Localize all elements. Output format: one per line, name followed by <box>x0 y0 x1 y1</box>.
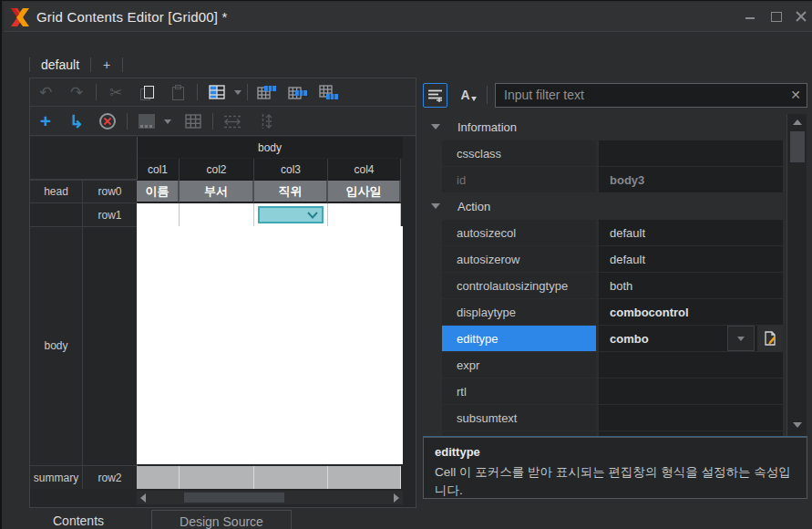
scroll-left-icon[interactable] <box>137 491 149 504</box>
split-cells-icon[interactable] <box>180 110 206 132</box>
undo-icon[interactable]: ↶ <box>33 81 58 103</box>
grid-horizontal-scrollbar[interactable] <box>137 491 403 504</box>
scroll-down-icon[interactable] <box>793 422 802 428</box>
property-value[interactable]: default <box>599 246 783 272</box>
body-cell-col4[interactable] <box>328 203 401 226</box>
property-row-subsumtext[interactable]: subsumtext <box>442 405 807 430</box>
property-value[interactable] <box>599 405 783 430</box>
head-band-icon[interactable] <box>254 81 280 103</box>
maximize-button[interactable] <box>770 11 781 22</box>
summary-cell-col3[interactable] <box>254 466 328 489</box>
titlebar[interactable]: Grid Contents Editor [Grid00] * <box>4 2 812 32</box>
scroll-thumb[interactable] <box>790 131 805 162</box>
summary-cell-col1[interactable] <box>137 466 180 489</box>
column-header-col2[interactable]: col2 <box>180 159 254 180</box>
add-cell-icon[interactable]: + <box>33 110 58 132</box>
add-band-tab-button[interactable]: + <box>91 57 122 72</box>
summary-band-icon[interactable] <box>316 81 342 103</box>
property-value[interactable]: combocontrol <box>599 299 783 325</box>
delete-cell-icon[interactable] <box>95 110 120 132</box>
categorized-view-button[interactable] <box>423 83 447 108</box>
property-row-id[interactable]: idbody3 <box>442 167 807 192</box>
section-header-information[interactable]: Information <box>423 114 807 140</box>
property-name[interactable]: rtl <box>442 379 596 404</box>
section-collapse-icon[interactable] <box>431 203 440 209</box>
scroll-right-icon[interactable] <box>390 491 403 504</box>
property-name[interactable]: controlautosizingtype <box>442 273 596 298</box>
head-cell-col1[interactable]: 이름 <box>137 180 180 202</box>
body-cell-col1[interactable] <box>137 203 180 226</box>
property-value[interactable] <box>599 379 783 404</box>
property-value[interactable] <box>599 140 783 166</box>
property-name[interactable]: subsumtext <box>442 405 596 430</box>
cut-icon[interactable]: ✂ <box>103 81 128 103</box>
select-table-icon[interactable] <box>204 81 230 103</box>
minimize-button[interactable] <box>745 11 755 22</box>
property-name[interactable]: displaytype <box>442 299 596 325</box>
property-name[interactable]: autosizecol <box>442 220 596 245</box>
property-name[interactable]: expr <box>442 352 596 378</box>
head-cell-col4[interactable]: 입사일 <box>328 180 401 202</box>
head-row0-cells: 이름부서직위입사일 <box>137 180 403 202</box>
property-row-controlautosizingtype[interactable]: controlautosizingtypeboth <box>442 273 807 298</box>
merge-cells-icon[interactable] <box>134 110 159 132</box>
property-row-edittype[interactable]: edittypecombo <box>442 326 807 351</box>
property-value[interactable]: default <box>599 220 783 245</box>
property-name[interactable]: autosizerow <box>442 246 596 272</box>
property-row-rtl[interactable]: rtl <box>442 379 807 404</box>
property-value[interactable]: body3 <box>599 167 783 192</box>
row-label-row1[interactable]: row1 <box>83 203 137 226</box>
property-row-expr[interactable]: expr <box>442 352 807 378</box>
body-cell-col2[interactable] <box>180 203 254 226</box>
property-vertical-scrollbar[interactable] <box>786 114 807 437</box>
property-filter-input[interactable] <box>495 83 807 108</box>
property-row-displaytype[interactable]: displaytypecombocontrol <box>442 299 807 325</box>
selected-combo-editor[interactable] <box>258 206 324 223</box>
row-label-row0[interactable]: row0 <box>83 180 137 202</box>
column-header-col1[interactable]: col1 <box>137 159 180 180</box>
head-cell-col3[interactable]: 직위 <box>254 180 328 202</box>
column-width-icon[interactable] <box>220 110 245 132</box>
property-name[interactable]: cssclass <box>442 140 596 166</box>
section-header-action[interactable]: Action <box>423 193 807 219</box>
scroll-up-icon[interactable] <box>793 119 802 125</box>
filter-clear-icon[interactable]: ✕ <box>790 88 801 102</box>
select-table-dropdown-caret[interactable] <box>232 90 243 95</box>
paste-icon[interactable] <box>165 81 190 103</box>
move-cell-icon[interactable]: ↳ <box>64 110 89 132</box>
body-band-icon[interactable] <box>285 81 311 103</box>
property-row-cssclass[interactable]: cssclass <box>442 140 807 166</box>
section-collapse-icon[interactable] <box>431 124 440 130</box>
redo-icon[interactable]: ↷ <box>64 81 89 103</box>
property-name[interactable]: id <box>442 167 596 192</box>
alphabetical-sort-button[interactable]: A <box>453 83 478 108</box>
property-value[interactable] <box>599 352 783 378</box>
summary-cell-col2[interactable] <box>180 466 254 489</box>
body-cell-col3[interactable] <box>254 203 328 226</box>
summary-cell-col4[interactable] <box>328 466 401 489</box>
property-value[interactable]: both <box>599 273 783 298</box>
row-height-icon[interactable] <box>255 110 281 132</box>
band-label-body[interactable]: body <box>30 227 82 464</box>
tab-contents[interactable]: Contents <box>29 510 128 529</box>
head-cell-col2[interactable]: 부서 <box>180 180 254 202</box>
property-row-autosizecol[interactable]: autosizecoldefault <box>442 220 807 245</box>
column-header-col3[interactable]: col3 <box>254 159 328 180</box>
tab-default[interactable]: default <box>30 57 90 72</box>
row-label-row2[interactable]: row2 <box>83 466 137 489</box>
close-button[interactable] <box>796 11 807 22</box>
merge-dropdown-caret[interactable] <box>162 119 173 124</box>
band-label-head[interactable]: head <box>30 180 82 202</box>
column-header-col4[interactable]: col4 <box>328 159 401 180</box>
copy-icon[interactable] <box>134 81 159 103</box>
scroll-thumb[interactable] <box>184 493 284 503</box>
band-label-summary[interactable]: summary <box>30 466 82 489</box>
value-editor-button[interactable] <box>757 326 783 351</box>
property-row-autosizerow[interactable]: autosizerowdefault <box>442 246 807 272</box>
tab-design-source[interactable]: Design Source <box>151 510 292 529</box>
property-name[interactable]: edittype <box>442 326 596 351</box>
property-value[interactable]: combo <box>599 326 783 351</box>
band-title-body[interactable]: body <box>137 137 403 158</box>
body-empty-area[interactable] <box>137 226 403 464</box>
value-dropdown-button[interactable] <box>727 326 755 351</box>
